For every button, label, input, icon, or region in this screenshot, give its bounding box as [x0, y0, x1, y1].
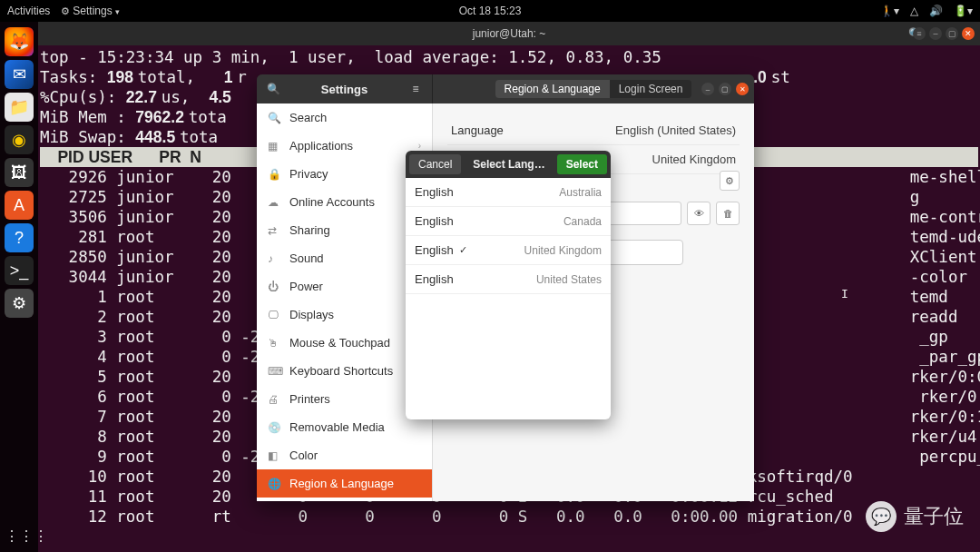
- lang-name: English: [415, 214, 454, 228]
- sidebar-icon: ⌨: [268, 365, 280, 378]
- lang-name: English ✓: [415, 243, 467, 257]
- checkmark-icon: ✓: [459, 244, 467, 256]
- chevron-right-icon: ›: [418, 141, 421, 151]
- dock-rhythmbox[interactable]: ◉: [5, 125, 34, 154]
- sidebar-icon: 🌐: [268, 478, 280, 490]
- settings-title: Settings: [321, 83, 368, 96]
- settings-close-button[interactable]: ✕: [736, 83, 749, 95]
- battery-icon[interactable]: 🔋▾: [954, 5, 973, 17]
- sidebar-icon: ▦: [268, 140, 280, 153]
- sidebar-item-removable-media[interactable]: 💿Removable Media: [257, 413, 432, 441]
- sidebar-icon: 💿: [268, 421, 280, 434]
- terminal-maximize-button[interactable]: ▢: [946, 27, 958, 40]
- region-login-segment: Region & Language Login Screen: [495, 80, 692, 98]
- activities-button[interactable]: Activities: [7, 5, 50, 17]
- sidebar-label: Sound: [289, 251, 324, 265]
- sidebar-label: Mouse & Touchpad: [289, 336, 390, 350]
- terminal-title: junior@Utah: ~: [473, 27, 546, 40]
- country-name: United States: [536, 273, 602, 286]
- select-button[interactable]: Select: [557, 154, 607, 174]
- language-row-united-kingdom[interactable]: English ✓United Kingdom: [406, 236, 611, 265]
- language-row-australia[interactable]: EnglishAustralia: [406, 178, 611, 207]
- app-menu[interactable]: Settings: [61, 5, 119, 17]
- terminal-titlebar: junior@Utah: ~ 🔍 ≡ – ▢ ✕: [38, 22, 980, 45]
- sidebar-item-region-language[interactable]: 🌐Region & Language: [257, 469, 432, 498]
- dock-software[interactable]: A: [5, 191, 34, 220]
- dialog-title: Select Lang…: [465, 158, 553, 171]
- gnome-topbar: Activities Settings Oct 18 15:23 🚶▾ △ 🔊 …: [0, 0, 980, 22]
- settings-search-icon[interactable]: 🔍: [264, 83, 282, 95]
- sidebar-label: Privacy: [289, 167, 328, 181]
- settings-header-right: Region & Language Login Screen – ▢ ✕: [433, 74, 754, 104]
- dock: 🦊 ✉ 📁 ◉ 🖼 A ? >_ ⚙ ⋮⋮⋮: [0, 22, 38, 552]
- tab-login-screen[interactable]: Login Screen: [610, 80, 692, 98]
- sidebar-label: Power: [289, 280, 323, 293]
- language-label: Language: [451, 123, 504, 137]
- watermark-text: 量子位: [904, 503, 964, 530]
- dock-terminal[interactable]: >_: [5, 256, 34, 285]
- sidebar-label: Removable Media: [289, 420, 385, 434]
- dock-settings[interactable]: ⚙: [5, 289, 34, 318]
- settings-minimize-button[interactable]: –: [701, 83, 714, 95]
- terminal-close-button[interactable]: ✕: [962, 27, 975, 40]
- country-name: Australia: [559, 186, 602, 199]
- sidebar-icon: ♪: [268, 252, 280, 265]
- text-cursor: I: [841, 287, 848, 301]
- sidebar-icon: 🔒: [268, 168, 280, 181]
- terminal-minimize-button[interactable]: –: [929, 27, 942, 40]
- sidebar-item-search[interactable]: 🔍Search: [257, 104, 432, 132]
- input-source-remove-button[interactable]: 🗑: [716, 202, 740, 225]
- volume-icon[interactable]: 🔊: [929, 5, 943, 17]
- sidebar-label: Color: [289, 448, 318, 462]
- language-list: EnglishAustraliaEnglishCanadaEnglish ✓Un…: [406, 178, 611, 419]
- settings-header-left: 🔍 Settings ≡: [257, 74, 433, 104]
- tab-region-language[interactable]: Region & Language: [495, 80, 610, 98]
- dock-help[interactable]: ?: [5, 223, 34, 252]
- sidebar-label: Online Accounts: [289, 195, 375, 209]
- sidebar-label: Region & Language: [289, 477, 394, 490]
- dock-video[interactable]: 🖼: [5, 158, 34, 187]
- sidebar-label: Displays: [289, 308, 334, 321]
- settings-hamburger-icon[interactable]: ≡: [407, 83, 425, 95]
- clock[interactable]: Oct 18 15:23: [459, 5, 522, 17]
- watermark: 💬 量子位: [866, 501, 964, 532]
- dock-firefox[interactable]: 🦊: [5, 27, 34, 56]
- select-language-dialog: Cancel Select Lang… Select EnglishAustra…: [406, 151, 611, 419]
- country-name: Canada: [564, 215, 602, 228]
- sidebar-label: Sharing: [289, 223, 330, 237]
- sidebar-label: Keyboard Shortcuts: [289, 364, 393, 378]
- formats-value: United Kingdom: [652, 153, 737, 166]
- sidebar-icon: ☁: [268, 196, 280, 209]
- dock-files[interactable]: 📁: [5, 93, 34, 122]
- dock-thunderbird[interactable]: ✉: [5, 60, 34, 89]
- sidebar-icon: 🖱: [268, 337, 280, 350]
- sidebar-icon: 🖵: [268, 309, 280, 321]
- sidebar-label: Search: [289, 111, 327, 124]
- language-row-united-states[interactable]: EnglishUnited States: [406, 265, 611, 294]
- watermark-icon: 💬: [866, 501, 897, 532]
- sidebar-icon: ⇄: [268, 224, 280, 237]
- sidebar-icon: 🖨: [268, 393, 280, 406]
- sidebar-label: Printers: [289, 392, 330, 406]
- input-source-view-button[interactable]: 👁: [687, 202, 710, 225]
- sidebar-item-color[interactable]: ◧Color: [257, 441, 432, 469]
- settings-maximize-button[interactable]: ▢: [719, 83, 731, 95]
- cancel-button[interactable]: Cancel: [409, 154, 461, 174]
- sidebar-icon: ⏻: [268, 281, 280, 293]
- language-row-canada[interactable]: EnglishCanada: [406, 207, 611, 236]
- terminal-menu-icon[interactable]: ≡: [913, 27, 926, 40]
- accessibility-icon[interactable]: 🚶▾: [880, 5, 899, 17]
- show-applications[interactable]: ⋮⋮⋮: [5, 527, 34, 545]
- country-name: United Kingdom: [524, 244, 602, 257]
- network-icon[interactable]: △: [910, 5, 918, 17]
- lang-name: English: [415, 185, 454, 199]
- sidebar-icon: 🔍: [268, 112, 280, 124]
- sidebar-icon: ◧: [268, 449, 280, 462]
- lang-name: English: [415, 272, 454, 286]
- language-row[interactable]: Language English (United States): [447, 116, 740, 145]
- formats-settings-button[interactable]: ⚙: [720, 171, 740, 191]
- language-value: English (United States): [615, 123, 736, 137]
- sidebar-label: Applications: [289, 139, 353, 153]
